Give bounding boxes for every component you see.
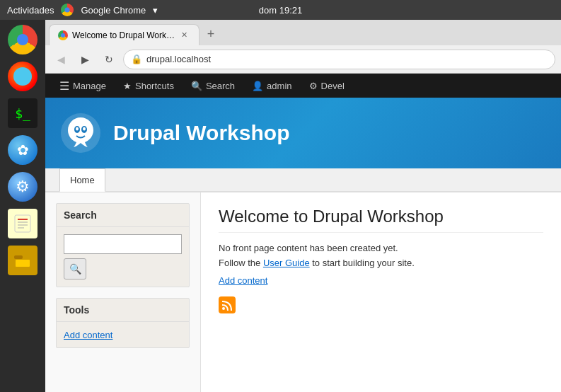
site-nav: Home: [45, 168, 561, 192]
gear-icon: ⚙: [8, 172, 37, 202]
admin-search[interactable]: 🔍 Search: [184, 74, 242, 98]
tab-close-button[interactable]: ✕: [179, 30, 190, 41]
page-content: Search 🔍 Tools Add content Welcome to Dr…: [45, 192, 561, 392]
search-submit-icon: 🔍: [69, 263, 81, 275]
svg-point-12: [83, 127, 86, 131]
tools-block-title: Tools: [57, 299, 189, 322]
devel-gear-icon: ⚙: [309, 81, 318, 91]
taskbar-gear[interactable]: ⚙: [6, 171, 39, 203]
tab-title: Welcome to Drupal Work…: [72, 30, 175, 40]
content-body: No front page content has been created y…: [219, 241, 543, 288]
body-line2-prefix: Follow the: [219, 258, 263, 268]
address-bar: ◀ ▶ ↻ 🔒 drupal.localhost: [45, 45, 561, 74]
url-text: drupal.localhost: [146, 54, 211, 64]
chrome-favicon-small: [61, 4, 74, 16]
taskbar-files[interactable]: [6, 244, 39, 277]
svg-point-11: [76, 127, 79, 131]
notes-icon: [8, 209, 37, 238]
drupal-logo: [59, 112, 102, 154]
search-label: Search: [206, 81, 235, 91]
svg-rect-7: [16, 260, 30, 267]
drupal-admin-bar: ☰ Manage ★ Shortcuts 🔍 Search 👤 admin ⚙ …: [45, 74, 561, 98]
app-name-label: Google Chrome: [81, 5, 146, 16]
user-guide-link[interactable]: User Guide: [263, 258, 310, 268]
forward-button[interactable]: ▶: [75, 50, 95, 69]
search-block-title: Search: [57, 204, 189, 227]
tools-add-content-link[interactable]: Add content: [64, 330, 112, 340]
taskbar-firefox[interactable]: [6, 60, 39, 93]
terminal-icon: $_: [8, 98, 37, 128]
site-header: Drupal Workshop: [45, 98, 561, 168]
sidebar-search-input[interactable]: [64, 234, 182, 254]
taskbar: $_ ✿ ⚙: [0, 20, 45, 392]
tools-block: Tools Add content: [56, 298, 190, 348]
admin-manage[interactable]: ☰ Manage: [52, 74, 113, 98]
user-icon: 👤: [252, 81, 263, 91]
hamburger-icon: ☰: [59, 79, 69, 93]
star-icon: ★: [123, 81, 132, 91]
dropdown-arrow-icon: ▾: [153, 5, 158, 16]
body-line2-suffix: to start building your site.: [310, 258, 415, 268]
search-icon: 🔍: [191, 81, 202, 91]
firefox-icon: [8, 62, 37, 91]
search-submit-button[interactable]: 🔍: [64, 258, 86, 279]
files-icon: [8, 246, 37, 275]
reload-button[interactable]: ↻: [99, 50, 119, 69]
svg-point-13: [222, 307, 225, 310]
admin-shortcuts[interactable]: ★ Shortcuts: [116, 74, 181, 98]
taskbar-notes[interactable]: [6, 207, 39, 240]
taskbar-terminal[interactable]: $_: [6, 97, 39, 129]
admin-devel[interactable]: ⚙ Devel: [302, 74, 352, 98]
nav-home[interactable]: Home: [59, 168, 105, 192]
blue-orb-icon: ✿: [8, 135, 37, 165]
taskbar-chrome[interactable]: [6, 23, 39, 56]
secure-icon: 🔒: [131, 54, 142, 64]
taskbar-blue-orb[interactable]: ✿: [6, 134, 39, 166]
tab-bar: Welcome to Drupal Work… ✕ +: [45, 20, 561, 45]
body-line1: No front page content has been created y…: [219, 243, 398, 253]
main-content-area: Welcome to Drupal Workshop No front page…: [201, 192, 561, 392]
shortcuts-label: Shortcuts: [135, 81, 174, 91]
main-add-content-link[interactable]: Add content: [219, 274, 543, 289]
back-button[interactable]: ◀: [51, 50, 71, 69]
rss-icon[interactable]: [219, 296, 236, 313]
sidebar: Search 🔍 Tools Add content: [45, 192, 201, 392]
admin-label: admin: [267, 81, 291, 91]
active-tab[interactable]: Welcome to Drupal Work… ✕: [49, 24, 199, 45]
tab-favicon: [58, 30, 68, 40]
devel-label: Devel: [321, 81, 345, 91]
manage-label: Manage: [73, 81, 106, 91]
os-topbar: Actividades Google Chrome ▾ dom 19:21: [0, 0, 561, 20]
url-bar[interactable]: 🔒 drupal.localhost: [123, 50, 555, 69]
rss-svg: [221, 299, 233, 311]
page-title: Welcome to Drupal Workshop: [219, 207, 543, 233]
new-tab-button[interactable]: +: [201, 24, 221, 44]
clock: dom 19:21: [259, 5, 302, 16]
tools-block-content: Add content: [57, 322, 189, 347]
search-block-content: 🔍: [57, 227, 189, 287]
chrome-icon: [8, 25, 37, 54]
admin-user[interactable]: 👤 admin: [245, 74, 299, 98]
svg-rect-0: [15, 215, 30, 232]
activities-label[interactable]: Actividades: [7, 5, 54, 16]
site-name: Drupal Workshop: [113, 121, 289, 145]
search-block: Search 🔍: [56, 203, 190, 287]
browser-window: Welcome to Drupal Work… ✕ + ◀ ▶ ↻ 🔒 drup…: [45, 20, 561, 392]
svg-rect-6: [14, 255, 23, 259]
